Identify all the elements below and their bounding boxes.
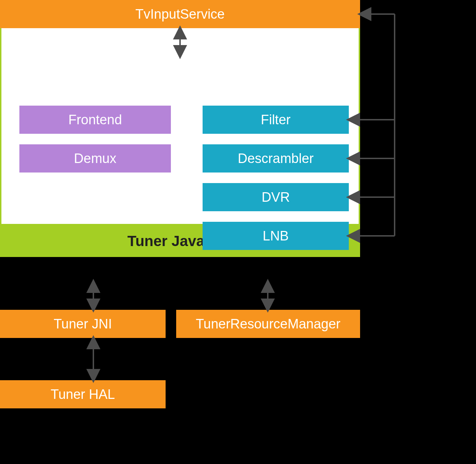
node-tuner-jni: Tuner JNI bbox=[0, 310, 166, 338]
label-tuner-jni: Tuner JNI bbox=[54, 316, 112, 332]
label-filter: Filter bbox=[261, 112, 290, 127]
label-tuner-resource-manager: TunerResourceManager bbox=[196, 316, 340, 332]
node-demux: Demux bbox=[19, 144, 171, 173]
label-lnb: LNB bbox=[263, 228, 289, 244]
node-tuner-resource-manager: TunerResourceManager bbox=[176, 310, 360, 338]
label-descrambler: Descrambler bbox=[238, 151, 314, 166]
label-tuner-hal: Tuner HAL bbox=[51, 387, 115, 402]
node-tuner-hal: Tuner HAL bbox=[0, 380, 166, 408]
node-lnb: LNB bbox=[203, 222, 349, 250]
node-dvr: DVR bbox=[203, 183, 349, 211]
node-frontend: Frontend bbox=[19, 106, 171, 134]
label-demux: Demux bbox=[74, 151, 116, 166]
label-dvr: DVR bbox=[261, 190, 290, 205]
node-tvinputservice: TvInputService bbox=[0, 0, 360, 28]
node-descrambler: Descrambler bbox=[203, 144, 349, 173]
node-filter: Filter bbox=[203, 106, 349, 134]
label-tvinputservice: TvInputService bbox=[135, 7, 224, 22]
label-frontend: Frontend bbox=[68, 112, 122, 127]
